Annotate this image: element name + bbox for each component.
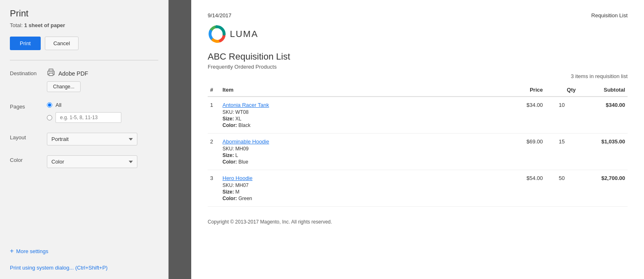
item-subtotal: $2,700.00 — [578, 170, 628, 207]
item-price: $34.00 — [496, 97, 545, 134]
destination-label: Destination — [10, 69, 47, 76]
print-total: Total: 1 sheet of paper — [10, 22, 158, 28]
item-subtotal: $340.00 — [578, 97, 628, 134]
item-sku: SKU: MH09 — [222, 146, 493, 152]
table-row: 3 Hero Hoodie SKU: MH07 Size: M Color: G… — [208, 170, 628, 207]
item-name[interactable]: Antonia Racer Tank — [222, 102, 493, 108]
col-header-subtotal: Subtotal — [578, 83, 628, 97]
item-price: $69.00 — [496, 134, 545, 170]
item-color: Color: Black — [222, 122, 493, 128]
destination-name-row: Adobe PDF — [47, 69, 158, 78]
luma-logo-icon — [208, 25, 226, 43]
col-header-item: Item — [220, 83, 496, 97]
item-num: 3 — [208, 170, 220, 207]
doc-footer: Copyright © 2013-2017 Magento, Inc. All … — [208, 219, 628, 225]
destination-row: Destination Adobe PDF Change... — [10, 69, 158, 92]
luma-brand-text: LUMA — [230, 29, 258, 39]
cancel-button[interactable]: Cancel — [45, 37, 79, 50]
table-row: 1 Antonia Racer Tank SKU: WT08 Size: XL … — [208, 97, 628, 134]
col-header-qty: Qty — [545, 83, 578, 97]
item-details: Antonia Racer Tank SKU: WT08 Size: XL Co… — [220, 97, 496, 134]
layout-label: Layout — [10, 133, 47, 141]
item-num: 2 — [208, 134, 220, 170]
pages-content: All — [47, 102, 158, 123]
pages-row: Pages All — [10, 102, 158, 123]
table-row: 2 Abominable Hoodie SKU: MH09 Size: L Co… — [208, 134, 628, 170]
total-prefix: Total: — [10, 22, 24, 28]
item-name[interactable]: Abominable Hoodie — [222, 138, 493, 145]
print-panel: Print Total: 1 sheet of paper Print Canc… — [0, 0, 169, 279]
pages-all-radio[interactable] — [47, 102, 52, 108]
items-table: # Item Price Qty Subtotal 1 Antonia Race… — [208, 83, 628, 207]
item-size: Size: M — [222, 189, 493, 195]
print-title: Print — [10, 8, 158, 19]
item-color: Color: Blue — [222, 159, 493, 165]
layout-content: Portrait Landscape — [47, 133, 158, 145]
pages-custom-radio[interactable] — [47, 115, 52, 120]
layout-select[interactable]: Portrait Landscape — [47, 133, 137, 145]
item-size: Size: L — [222, 152, 493, 158]
svg-point-3 — [53, 72, 53, 73]
total-value: 1 sheet of paper — [24, 22, 65, 28]
item-qty: 10 — [545, 97, 578, 134]
col-header-num: # — [208, 83, 220, 97]
pages-custom-input[interactable] — [56, 112, 121, 123]
item-price: $54.00 — [496, 170, 545, 207]
pages-label: Pages — [10, 102, 47, 110]
item-subtotal: $1,035.00 — [578, 134, 628, 170]
color-row: Color Color Black and white — [10, 155, 158, 168]
item-qty: 15 — [545, 134, 578, 170]
list-subtitle: Frequently Ordered Products — [208, 64, 628, 70]
svg-rect-1 — [49, 69, 53, 71]
item-count: 3 items in requisition list — [208, 73, 628, 79]
doc-date: 9/14/2017 — [208, 12, 232, 18]
destination-content: Adobe PDF Change... — [47, 69, 158, 92]
destination-name-text: Adobe PDF — [58, 70, 88, 77]
change-destination-button[interactable]: Change... — [47, 81, 81, 92]
logo-area: LUMA — [208, 25, 628, 43]
layout-row: Layout Portrait Landscape — [10, 133, 158, 145]
color-content: Color Black and white — [47, 155, 158, 168]
more-settings-label: More settings — [16, 248, 48, 254]
item-num: 1 — [208, 97, 220, 134]
dark-separator — [169, 0, 191, 279]
item-size: Size: XL — [222, 116, 493, 122]
item-sku: SKU: WT08 — [222, 109, 493, 115]
item-qty: 50 — [545, 170, 578, 207]
item-details: Abominable Hoodie SKU: MH09 Size: L Colo… — [220, 134, 496, 170]
doc-type: Requisition List — [591, 12, 628, 18]
color-label: Color — [10, 155, 47, 163]
system-dialog-link[interactable]: Print using system dialog... (Ctrl+Shift… — [10, 265, 158, 271]
svg-rect-2 — [49, 73, 53, 76]
list-title: ABC Requisition List — [208, 51, 628, 62]
item-color: Color: Green — [222, 196, 493, 201]
doc-header-row: 9/14/2017 Requisition List — [208, 12, 628, 18]
pages-radio-group: All — [47, 102, 158, 123]
col-header-price: Price — [496, 83, 545, 97]
color-select[interactable]: Color Black and white — [47, 155, 137, 168]
pages-all-label: All — [56, 102, 61, 108]
more-settings-link[interactable]: + More settings — [10, 247, 158, 255]
pages-all-option: All — [47, 102, 158, 108]
print-button[interactable]: Print — [10, 37, 41, 50]
plus-icon: + — [10, 247, 14, 255]
print-buttons: Print Cancel — [10, 37, 158, 50]
item-name[interactable]: Hero Hoodie — [222, 175, 493, 181]
pages-custom-option — [47, 112, 158, 123]
document-panel: 9/14/2017 Requisition List LUMA ABC Requ… — [191, 0, 644, 279]
divider — [10, 60, 158, 60]
item-details: Hero Hoodie SKU: MH07 Size: M Color: Gre… — [220, 170, 496, 207]
item-sku: SKU: MH07 — [222, 182, 493, 188]
printer-icon — [47, 69, 55, 78]
